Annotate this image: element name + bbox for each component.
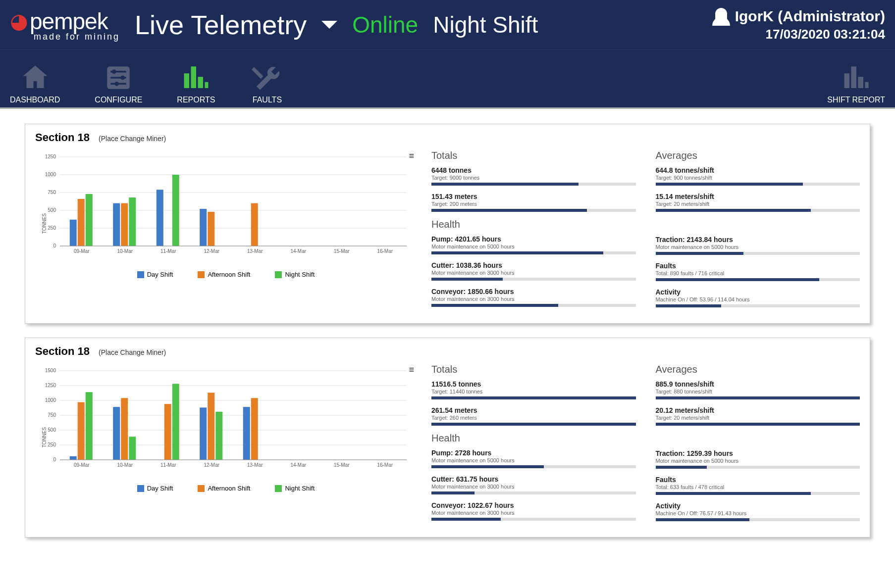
metric-title: 11516.5 tonnes (431, 380, 636, 388)
svg-rect-14 (858, 77, 863, 88)
svg-text:09-Mar: 09-Mar (74, 462, 90, 468)
legend-label: Day Shift (147, 485, 173, 492)
metric-sub: Target: 9000 tonnes (431, 175, 636, 181)
bar[interactable] (86, 194, 93, 246)
totals-heading: Totals (431, 150, 636, 161)
metric-title: Activity (656, 502, 860, 510)
progress-fill (656, 492, 811, 495)
bar[interactable] (70, 456, 77, 460)
svg-text:1000: 1000 (45, 172, 56, 177)
svg-text:750: 750 (48, 190, 56, 195)
nav-reports[interactable]: REPORTS (177, 63, 215, 104)
bar[interactable] (70, 220, 77, 246)
bar[interactable] (200, 407, 207, 460)
progress-track (431, 209, 636, 212)
chart-menu-icon[interactable]: ≡ (409, 151, 414, 161)
bar-chart: 02505007501000125009-Mar10-Mar11-Mar12-M… (35, 147, 412, 266)
metric: Pump: 2728 hoursMotor maintenance on 500… (431, 449, 636, 468)
bar[interactable] (243, 407, 250, 460)
brand-logo: ◕ pempek made for mining (10, 8, 120, 42)
bar[interactable] (251, 203, 258, 246)
legend-item[interactable]: Night Shift (275, 485, 315, 492)
averages-heading: Averages (656, 150, 860, 161)
bar[interactable] (121, 398, 128, 460)
progress-track (656, 252, 860, 255)
averages-heading: Averages (656, 364, 860, 375)
svg-text:15-Mar: 15-Mar (334, 248, 350, 254)
bar[interactable] (164, 404, 171, 460)
legend-item[interactable]: Day Shift (137, 485, 173, 492)
flame-icon: ◕ (10, 9, 28, 33)
svg-text:16-Mar: 16-Mar (377, 462, 393, 468)
svg-rect-12 (844, 73, 849, 88)
metric: 261.54 metersTarget: 260 meters (431, 406, 636, 426)
progress-track (431, 251, 636, 254)
main-nav: DASHBOARD CONFIGURE REPORTS FAULTS SHIFT… (0, 49, 895, 109)
svg-rect-10 (205, 82, 208, 88)
nav-shift-report[interactable]: SHIFT REPORT (827, 63, 885, 104)
legend-swatch (198, 485, 205, 492)
metric: Cutter: 631.75 hoursMotor maintenance on… (431, 475, 636, 494)
report-panel: Section 18(Place Change Miner)≡TONNES025… (25, 124, 870, 324)
nav-configure[interactable]: CONFIGURE (95, 63, 142, 104)
progress-track (656, 518, 860, 521)
svg-text:12-Mar: 12-Mar (204, 248, 219, 254)
nav-dashboard[interactable]: DASHBOARD (10, 63, 60, 104)
metric-sub: Motor maintenance on 3000 hours (431, 510, 636, 516)
page-dropdown-icon[interactable] (321, 21, 337, 29)
metric-title: Traction: 1259.39 hours (656, 449, 860, 457)
progress-fill (656, 466, 707, 469)
nav-label: FAULTS (253, 96, 282, 104)
svg-text:15-Mar: 15-Mar (334, 462, 350, 468)
progress-fill (656, 278, 819, 281)
progress-track (656, 278, 860, 281)
svg-text:09-Mar: 09-Mar (74, 248, 90, 254)
metric-title: Conveyor: 1850.66 hours (431, 288, 636, 295)
user-block[interactable]: IgorK (Administrator) 17/03/2020 03:21:0… (712, 8, 885, 42)
bar[interactable] (113, 407, 120, 460)
metric: Conveyor: 1022.67 hoursMotor maintenance… (431, 501, 636, 521)
metric-title: Cutter: 1038.36 hours (431, 261, 636, 269)
metric: 885.9 tonnes/shiftTarget: 880 tonnes/shi… (656, 380, 860, 399)
bar[interactable] (157, 190, 163, 246)
bar[interactable] (251, 398, 258, 460)
svg-point-4 (112, 69, 116, 74)
progress-track (656, 466, 860, 469)
legend-item[interactable]: Day Shift (137, 271, 173, 278)
panel-subtitle: (Place Change Miner) (99, 135, 166, 143)
nav-faults[interactable]: FAULTS (250, 63, 284, 104)
progress-track (431, 518, 636, 521)
progress-track (431, 423, 636, 426)
metric: Traction: 2143.84 hoursMotor maintenance… (656, 236, 860, 255)
bar[interactable] (208, 212, 214, 246)
metric-sub: Target: 880 tonnes/shift (656, 389, 860, 394)
bar[interactable] (129, 197, 136, 246)
progress-fill (656, 304, 721, 307)
progress-fill (656, 252, 743, 255)
user-icon (715, 8, 727, 20)
legend-swatch (198, 271, 205, 278)
bar[interactable] (215, 412, 222, 460)
logo-tagline: made for mining (34, 32, 120, 42)
bar[interactable] (113, 203, 120, 246)
legend-item[interactable]: Afternoon Shift (198, 271, 250, 278)
bar[interactable] (121, 203, 128, 246)
y-axis-label: TONNES (42, 213, 47, 234)
metric-sub: Motor maintenance on 5000 hours (656, 244, 860, 250)
bar[interactable] (129, 437, 136, 460)
bar[interactable] (78, 402, 85, 460)
progress-track (656, 183, 860, 186)
bar[interactable] (172, 175, 179, 246)
legend-item[interactable]: Night Shift (275, 271, 315, 278)
bar[interactable] (200, 209, 207, 246)
bar[interactable] (78, 199, 85, 246)
bar[interactable] (208, 392, 214, 460)
bar[interactable] (172, 384, 179, 460)
legend-swatch (137, 271, 144, 278)
progress-track (656, 209, 860, 212)
chart-menu-icon[interactable]: ≡ (409, 365, 414, 375)
progress-track (431, 278, 636, 281)
bar[interactable] (86, 392, 93, 460)
metric: Traction: 1259.39 hoursMotor maintenance… (656, 449, 860, 469)
legend-item[interactable]: Afternoon Shift (198, 485, 250, 492)
